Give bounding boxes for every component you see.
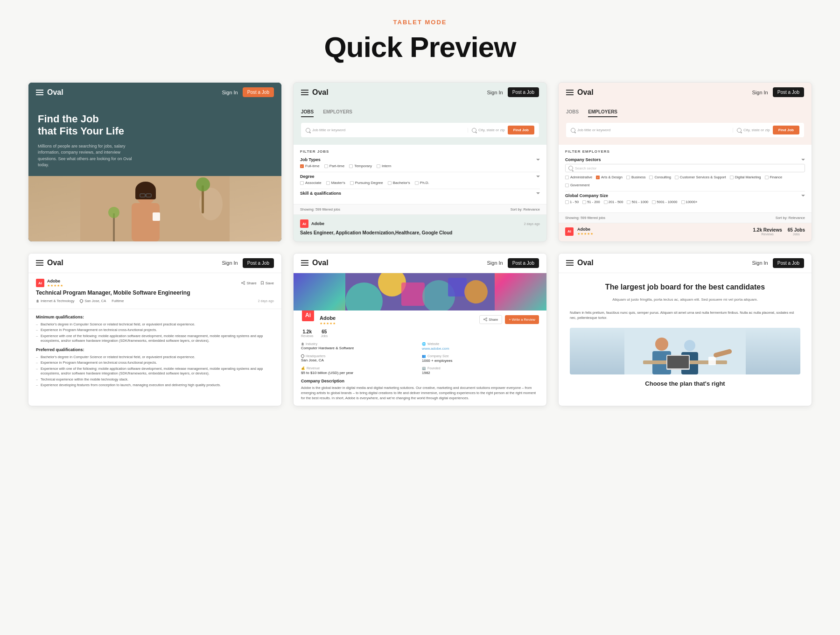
tab-jobs[interactable]: JOBS [301, 109, 314, 117]
hero-image [28, 176, 281, 241]
find-job-button-3[interactable]: Find Job [773, 126, 799, 134]
svg-rect-22 [401, 282, 425, 306]
size-1-50[interactable]: 1 - 50 [565, 200, 579, 204]
post-job-button[interactable]: Post a Job [243, 87, 274, 97]
checkbox-masters[interactable] [326, 181, 330, 185]
sector-search[interactable]: Search sector [565, 164, 805, 172]
post-job-button-5[interactable]: Post a Job [508, 258, 539, 268]
tab-employers[interactable]: EMPLOYERS [323, 109, 352, 117]
filter-associate[interactable]: Associate [300, 181, 322, 185]
search-input-3[interactable]: Job tittle or keyword [577, 128, 610, 132]
share-profile-button[interactable]: Share [479, 315, 502, 324]
find-job-button[interactable]: Find Job [508, 126, 534, 134]
size-51-200[interactable]: 51 - 200 [582, 200, 600, 204]
checkbox-customer[interactable] [675, 176, 679, 179]
company-info-grid: Industry Computer Hardware & Software 🌐 … [301, 342, 539, 375]
hamburger-icon-2[interactable] [301, 90, 308, 95]
filter-fulltime[interactable]: ✓ Full-time [300, 164, 320, 168]
sector-government[interactable]: Government [565, 183, 589, 187]
checkbox-temporary[interactable] [349, 164, 353, 168]
checkbox-associate[interactable] [300, 181, 304, 185]
sign-in-button-5[interactable]: Sign In [487, 260, 503, 266]
hamburger-icon-4[interactable] [36, 260, 43, 266]
hero-desc: Millions of people are searching for job… [38, 143, 140, 169]
svg-rect-11 [153, 212, 160, 221]
tab-employers-3[interactable]: EMPLOYERS [588, 109, 617, 117]
sector-administrative[interactable]: Administrative [565, 175, 592, 179]
filter-masters[interactable]: Master's [326, 181, 345, 185]
checkbox-admin[interactable] [565, 176, 569, 179]
filter-pursuing[interactable]: Pursuing Degree [350, 181, 383, 185]
svg-point-3 [196, 177, 210, 191]
size-5001-10000[interactable]: 5001 - 10000 [652, 200, 677, 204]
hamburger-icon-6[interactable] [566, 260, 574, 266]
checkbox-size-3[interactable] [604, 200, 608, 204]
checkbox-consulting[interactable] [649, 176, 653, 179]
sign-in-button[interactable]: Sign In [222, 90, 238, 95]
svg-line-18 [243, 283, 244, 284]
tab-jobs-3[interactable]: JOBS [566, 109, 579, 117]
sign-in-button-2[interactable]: Sign In [487, 90, 503, 95]
svg-point-16 [244, 283, 245, 284]
share-button[interactable]: Share [241, 281, 256, 285]
checkbox-size-6[interactable] [681, 200, 685, 204]
hamburger-icon-5[interactable] [301, 260, 308, 266]
hamburger-icon-3[interactable] [566, 90, 574, 95]
checkbox-bachelors[interactable] [388, 181, 392, 185]
post-job-button-4[interactable]: Post a Job [243, 258, 274, 268]
size-201-500[interactable]: 201 - 500 [604, 200, 623, 204]
checkbox-size-2[interactable] [582, 200, 586, 204]
checkbox-finance[interactable] [765, 176, 769, 179]
checkbox-phd[interactable] [415, 181, 419, 185]
star-d1: ★ [47, 284, 50, 288]
checkbox-pursuing[interactable] [350, 181, 354, 185]
checkbox-size-4[interactable] [627, 200, 630, 204]
checkbox-government[interactable] [565, 183, 569, 187]
checkbox-business[interactable] [626, 176, 630, 179]
filter-parttime[interactable]: Part-time [324, 164, 344, 168]
checkbox-fulltime[interactable]: ✓ [300, 164, 304, 168]
hq-label: Headquarters [301, 354, 418, 358]
filter-phd[interactable]: Ph.D. [415, 181, 429, 185]
filter-temporary[interactable]: Temporary [349, 164, 372, 168]
sector-customer[interactable]: Customer Services & Support [675, 175, 726, 179]
founded-value: 1982 [422, 371, 539, 375]
filter-bachelors[interactable]: Bachelor's [388, 181, 410, 185]
search-section: JOBS EMPLOYERS Job tittle or keyword Cit… [294, 102, 546, 145]
sign-in-button-6[interactable]: Sign In [752, 260, 768, 266]
hamburger-icon[interactable] [36, 90, 43, 95]
checkbox-size-5[interactable] [652, 200, 656, 204]
checkbox-arts[interactable]: ✓ [596, 176, 600, 179]
checkbox-size-1[interactable] [565, 200, 569, 204]
sign-in-button-3[interactable]: Sign In [752, 90, 768, 95]
checkbox-digital[interactable] [730, 176, 734, 179]
post-job-button-2[interactable]: Post a Job [508, 87, 539, 97]
website-value[interactable]: www.adobe.com [422, 346, 539, 351]
job-detail-title: Technical Program Manager, Mobile Softwa… [36, 289, 274, 296]
job-listing-title[interactable]: Sales Engineer, Application Modernizatio… [300, 230, 540, 236]
svg-line-17 [243, 282, 244, 282]
company-desc-section: Company Description Adobe is the global … [301, 379, 539, 401]
filter-intern[interactable]: Intern [377, 164, 391, 168]
industry-meta: Internet & Technology [36, 299, 74, 303]
checkbox-parttime[interactable] [324, 164, 328, 168]
sign-in-button-4[interactable]: Sign In [222, 260, 238, 266]
search-input[interactable]: Job tittle or keyword [312, 128, 345, 132]
sector-search-input[interactable]: Search sector [575, 166, 596, 170]
size-10000-plus[interactable]: 10000+ [681, 200, 698, 204]
sector-consulting[interactable]: Consulting [649, 175, 671, 179]
company-size-label: Global Company Size [565, 193, 805, 198]
posted-date: 2 days ago [258, 299, 274, 303]
sector-finance[interactable]: Finance [765, 175, 783, 179]
size-501-1000[interactable]: 501 - 1000 [627, 200, 648, 204]
save-button[interactable]: Save [260, 281, 274, 285]
checkbox-intern[interactable] [377, 164, 380, 168]
post-job-button-3[interactable]: Post a Job [773, 87, 804, 97]
sector-arts[interactable]: ✓ Arts & Design [596, 175, 623, 179]
post-job-button-6[interactable]: Post a Job [773, 258, 804, 268]
write-review-button[interactable]: + Write a Review [505, 315, 539, 324]
sector-business[interactable]: Business [626, 175, 645, 179]
location-input[interactable]: City, state or zip [478, 128, 505, 132]
sector-digital[interactable]: Digital Marketing [730, 175, 761, 179]
location-input-3[interactable]: City, state or zip [743, 128, 770, 132]
